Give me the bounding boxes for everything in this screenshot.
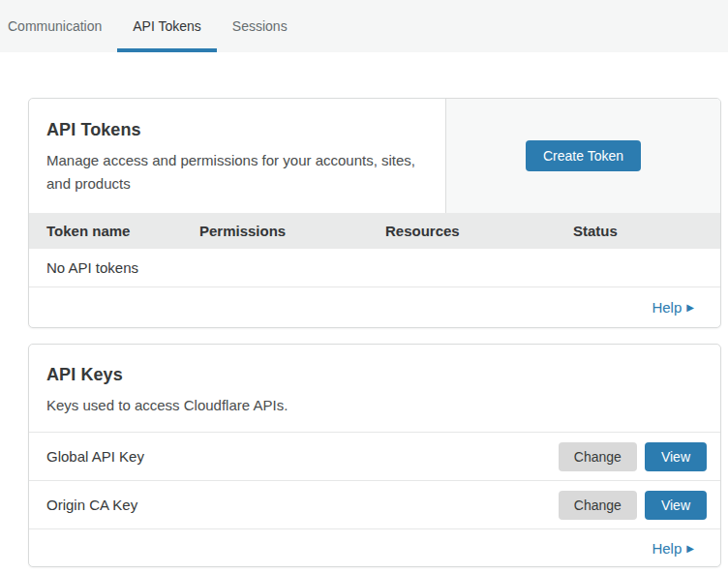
api-keys-card: API Keys Keys used to access Cloudflare … <box>28 344 721 567</box>
tokens-empty-message: No API tokens <box>46 259 138 276</box>
tokens-card-footer: Help ▶ <box>29 287 720 327</box>
api-tokens-card: API Tokens Manage access and permissions… <box>28 98 721 328</box>
tokens-empty-row: No API tokens <box>29 249 720 287</box>
column-header-token-name: Token name <box>46 223 199 239</box>
api-tokens-description: Manage access and permissions for your a… <box>46 149 426 196</box>
api-tokens-card-header-text: API Tokens Manage access and permissions… <box>29 99 446 213</box>
view-button[interactable]: View <box>645 442 707 471</box>
tab-sessions[interactable]: Sessions <box>217 0 303 52</box>
help-arrow-icon: ▶ <box>686 303 694 313</box>
column-header-status: Status <box>573 223 703 239</box>
view-button[interactable]: View <box>645 491 707 520</box>
key-name-global-api-key: Global API Key <box>46 448 144 465</box>
api-tokens-card-actions: Create Token <box>446 99 720 213</box>
help-arrow-icon: ▶ <box>686 544 694 554</box>
api-keys-card-header: API Keys Keys used to access Cloudflare … <box>29 345 720 432</box>
tokens-help-link[interactable]: Help ▶ <box>652 299 694 316</box>
table-row-global-api-key: Global API Key Change View <box>29 432 720 480</box>
change-button[interactable]: Change <box>559 442 637 471</box>
table-row-origin-ca-key: Origin CA Key Change View <box>29 480 720 528</box>
tokens-table-header: Token name Permissions Resources Status <box>29 213 720 249</box>
keys-card-footer: Help ▶ <box>29 528 720 566</box>
key-actions-global-api-key: Change View <box>559 442 707 471</box>
tab-communication[interactable]: Communication <box>8 0 117 52</box>
key-name-origin-ca-key: Origin CA Key <box>46 497 137 513</box>
api-tokens-card-header: API Tokens Manage access and permissions… <box>29 99 720 213</box>
column-header-resources: Resources <box>385 223 573 239</box>
api-tokens-title: API Tokens <box>46 120 426 140</box>
keys-help-label: Help <box>652 540 682 557</box>
key-actions-origin-ca-key: Change View <box>559 491 707 520</box>
api-keys-title: API Keys <box>46 365 703 385</box>
tab-bar: Communication API Tokens Sessions <box>0 0 728 52</box>
keys-help-link[interactable]: Help ▶ <box>652 540 694 557</box>
column-header-permissions: Permissions <box>199 223 385 239</box>
tab-api-tokens[interactable]: API Tokens <box>117 0 217 52</box>
create-token-button[interactable]: Create Token <box>526 140 641 171</box>
change-button[interactable]: Change <box>559 491 637 520</box>
tokens-help-label: Help <box>652 299 682 316</box>
api-keys-description: Keys used to access Cloudflare APIs. <box>46 394 426 417</box>
